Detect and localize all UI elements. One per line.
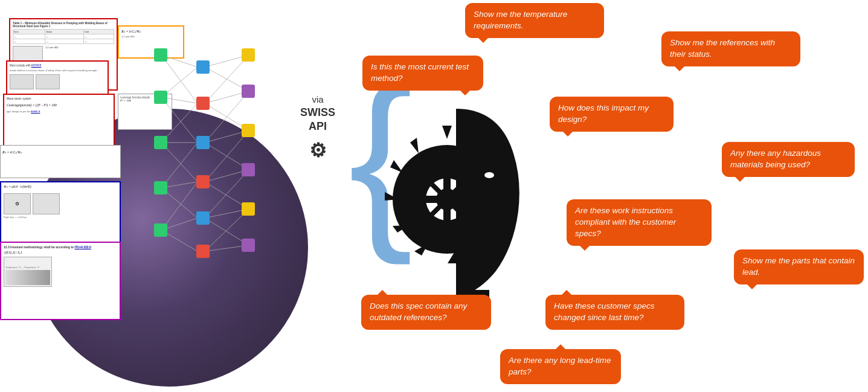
svg-rect-37	[196, 136, 210, 149]
document-5: W₂ = aS/4 · 1/(4π²E) ⚙ Right Eye — Left …	[0, 181, 121, 248]
bubble-lead-parts: Show me the parts that contain lead.	[734, 249, 864, 284]
bubble-compliant: Are these work instructions compliant wi…	[567, 199, 712, 246]
api-label: via SWISS API ⚙	[300, 94, 335, 164]
svg-line-4	[161, 97, 198, 143]
document-3: Wave stand- system Coverage(percent) = (…	[3, 94, 115, 151]
bubble-references: Show me the references with their status…	[661, 31, 800, 66]
bubble-hazardous: Any there any hazardous materials being …	[722, 142, 855, 177]
neural-network	[124, 30, 287, 260]
svg-rect-42	[242, 85, 255, 98]
svg-rect-33	[154, 181, 167, 194]
svg-rect-41	[242, 48, 255, 62]
svg-rect-43	[242, 124, 255, 137]
bubble-specs-changed: Have these customer specs changed since …	[545, 295, 684, 330]
svg-rect-38	[196, 175, 210, 188]
svg-rect-35	[196, 60, 210, 74]
svg-rect-45	[242, 202, 255, 216]
svg-rect-31	[154, 91, 167, 104]
bubble-leadtime: Are there any long lead-time parts?	[500, 349, 621, 384]
svg-rect-32	[154, 136, 167, 149]
svg-rect-30	[154, 48, 167, 62]
bubble-test-method: Is this the most current test method?	[362, 56, 483, 91]
bubble-temperature: Show me the temperature requirements.	[465, 3, 604, 38]
svg-rect-39	[196, 211, 210, 225]
svg-rect-40	[196, 245, 210, 258]
bubble-impact: How does this impact my design?	[550, 97, 674, 132]
svg-rect-36	[196, 97, 210, 110]
svg-rect-46	[242, 239, 255, 252]
svg-line-8	[161, 143, 198, 188]
center-icon	[362, 79, 532, 308]
document-4: R₁ = k·Cₛ/Wₑ	[0, 145, 121, 178]
svg-point-54	[484, 172, 494, 178]
svg-rect-44	[242, 163, 255, 176]
document-6: 12.3 Invariant methodology shall be acco…	[0, 242, 121, 320]
api-gear-icon: ⚙	[300, 138, 335, 164]
bubble-outdated: Does this spec contain any outdated refe…	[361, 295, 491, 330]
svg-rect-34	[154, 223, 167, 237]
